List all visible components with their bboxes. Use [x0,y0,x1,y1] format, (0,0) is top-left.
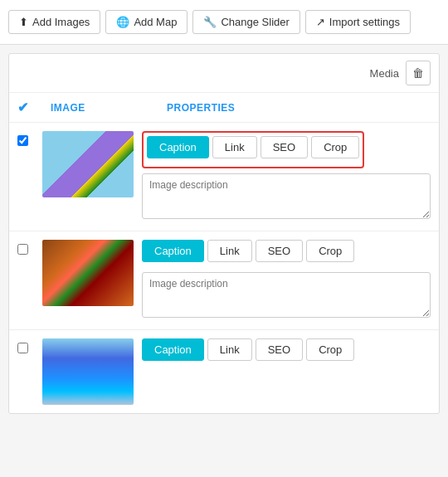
row-1-tab-link[interactable]: Link [212,136,257,158]
add-map-label: Add Map [134,16,177,28]
row-2-thumbnail [42,240,134,306]
column-properties-header: PROPERTIES [167,102,431,114]
row-1-thumbnail [42,131,134,197]
row-1-tab-caption[interactable]: Caption [147,136,209,158]
row-1-tab-seo[interactable]: SEO [261,136,308,158]
add-map-icon: 🌐 [116,16,129,28]
row-1-checkbox[interactable] [17,135,28,146]
row-2-tab-link[interactable]: Link [207,240,252,262]
row-3-thumbnail [42,338,134,405]
toolbar-add-images-button[interactable]: ⬆Add Images [8,10,100,34]
trash-icon: 🗑 [412,66,424,80]
import-settings-label: Import settings [329,16,400,28]
toolbar-add-map-button[interactable]: 🌐Add Map [105,10,187,34]
import-settings-icon: ↗ [316,16,325,28]
row-3-tab-seo[interactable]: SEO [256,338,303,361]
main-content-area: Media 🗑 ✔ IMAGE PROPERTIES CaptionLinkSE… [8,53,440,414]
table-row: CaptionLinkSEOCrop [9,330,439,413]
change-slider-label: Change Slider [221,16,289,28]
select-all-checkmark: ✔ [17,100,28,115]
toolbar: ⬆Add Images🌐Add Map🔧Change Slider↗Import… [0,0,448,45]
row-3-content: CaptionLinkSEOCrop [142,338,431,371]
row-1-description[interactable] [142,173,431,219]
table-row: CaptionLinkSEOCrop [9,231,439,330]
row-1-tab-highlight: CaptionLinkSEOCrop [142,131,364,168]
row-3-tab-group: CaptionLinkSEOCrop [142,338,354,366]
row-2-tabs: CaptionLinkSEOCrop [142,240,354,262]
row-2-content: CaptionLinkSEOCrop [142,240,431,321]
row-2-tab-seo[interactable]: SEO [256,240,303,262]
row-1-tab-crop[interactable]: Crop [311,136,359,158]
add-images-label: Add Images [32,16,90,28]
row-2-description[interactable] [142,272,431,318]
row-2-checkbox[interactable] [17,244,28,255]
media-label: Media [370,67,399,80]
row-2-tab-group: CaptionLinkSEOCrop [142,240,354,267]
delete-button[interactable]: 🗑 [406,61,431,85]
add-images-icon: ⬆ [19,16,28,28]
row-2-tab-crop[interactable]: Crop [306,240,354,262]
row-3-tab-link[interactable]: Link [207,338,252,361]
column-image-header: IMAGE [51,102,158,114]
table-row: CaptionLinkSEOCrop [9,123,439,231]
table-header: ✔ IMAGE PROPERTIES [9,93,439,123]
row-1-content: CaptionLinkSEOCrop [142,131,431,222]
row-3-tab-caption[interactable]: Caption [142,338,204,361]
toolbar-change-slider-button[interactable]: 🔧Change Slider [192,10,299,34]
change-slider-icon: 🔧 [203,16,217,28]
row-3-checkbox[interactable] [17,343,28,353]
row-1-tabs: CaptionLinkSEOCrop [147,136,359,158]
media-header: Media 🗑 [9,54,439,93]
toolbar-import-settings-button[interactable]: ↗Import settings [305,10,411,34]
row-2-tab-caption[interactable]: Caption [142,240,204,262]
row-3-tabs: CaptionLinkSEOCrop [142,338,354,361]
row-3-tab-crop[interactable]: Crop [306,338,354,361]
image-rows-container: CaptionLinkSEOCropCaptionLinkSEOCropCapt… [9,123,439,413]
